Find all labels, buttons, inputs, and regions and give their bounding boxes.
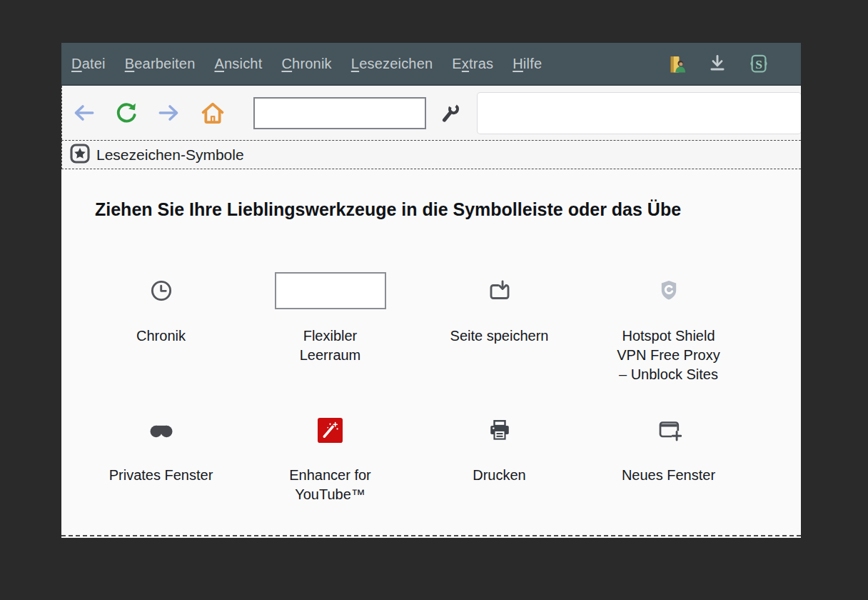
palette-item-hotspot-shield[interactable]: Hotspot Shield VPN Free Proxy – Unblock … xyxy=(584,262,753,401)
bookmarks-placeholder[interactable]: Lesezeichen-Symbole xyxy=(69,143,244,167)
history-clock-icon xyxy=(148,262,174,319)
palette-item-label: Chronik xyxy=(136,326,186,346)
private-mask-icon xyxy=(147,401,176,459)
palette-item-label: Privates Fenster xyxy=(109,466,213,485)
palette-item-privates-fenster[interactable]: Privates Fenster xyxy=(76,401,246,538)
home-icon[interactable] xyxy=(199,99,226,126)
save-page-icon xyxy=(487,262,513,319)
menu-chronik[interactable]: Chronik xyxy=(281,56,331,72)
palette-item-drucken[interactable]: Drucken xyxy=(415,401,584,538)
svg-text:S: S xyxy=(755,57,762,71)
profile-folder-icon[interactable] xyxy=(665,53,687,74)
wrench-icon[interactable] xyxy=(439,101,462,124)
download-icon[interactable] xyxy=(707,53,728,74)
flexible-space-box xyxy=(275,262,386,319)
palette-item-label: Hotspot Shield VPN Free Proxy – Unblock … xyxy=(617,326,720,384)
menu-lesezeichen[interactable]: Lesezeichen xyxy=(351,56,433,72)
menu-datei[interactable]: Datei xyxy=(71,56,106,72)
browser-window: Datei Bearbeiten Ansicht Chronik Lesezei… xyxy=(61,43,801,538)
bookmark-star-icon xyxy=(69,143,91,167)
palette-item-label: Flexibler Leerraum xyxy=(300,326,361,365)
palette-item-label: Enhancer for YouTube™ xyxy=(289,466,371,504)
printer-icon xyxy=(487,401,513,459)
menu-bar: Datei Bearbeiten Ansicht Chronik Lesezei… xyxy=(61,43,801,86)
stylus-icon[interactable]: S xyxy=(748,53,769,74)
palette-grid: Chronik Flexibler Leerraum Seite speiche… xyxy=(76,262,753,538)
palette-item-label: Drucken xyxy=(473,466,525,485)
palette-item-label: Neues Fenster xyxy=(622,466,715,485)
back-icon[interactable] xyxy=(71,100,96,126)
new-window-icon xyxy=(656,401,682,459)
palette-item-label: Seite speichern xyxy=(450,326,549,346)
customize-palette: Ziehen Sie Ihre Lieblingswerkzeuge in di… xyxy=(61,169,801,536)
menubar-extension-icons: S xyxy=(665,53,801,74)
menu-extras[interactable]: Extras xyxy=(452,56,493,72)
menu-hilfe[interactable]: Hilfe xyxy=(513,56,542,72)
forward-icon[interactable] xyxy=(156,100,182,126)
hotspot-shield-icon xyxy=(657,262,681,319)
menu-bearbeiten[interactable]: Bearbeiten xyxy=(125,56,196,72)
palette-item-flexibler-leerraum[interactable]: Flexibler Leerraum xyxy=(246,262,415,401)
bookmarks-toolbar: Lesezeichen-Symbole xyxy=(61,140,801,169)
palette-item-seite-speichern[interactable]: Seite speichern xyxy=(415,262,584,401)
enhancer-youtube-icon xyxy=(318,401,343,459)
navigation-toolbar xyxy=(61,86,801,140)
palette-heading: Ziehen Sie Ihre Lieblingswerkzeuge in di… xyxy=(95,199,681,220)
url-bar[interactable] xyxy=(478,93,801,134)
reload-icon[interactable] xyxy=(113,100,139,126)
search-box[interactable] xyxy=(253,97,426,129)
menu-ansicht[interactable]: Ansicht xyxy=(214,56,262,72)
palette-item-enhancer-youtube[interactable]: Enhancer for YouTube™ xyxy=(246,401,415,538)
palette-item-chronik[interactable]: Chronik xyxy=(76,262,246,401)
palette-item-neues-fenster[interactable]: Neues Fenster xyxy=(584,401,753,538)
bookmarks-placeholder-label: Lesezeichen-Symbole xyxy=(96,146,244,164)
